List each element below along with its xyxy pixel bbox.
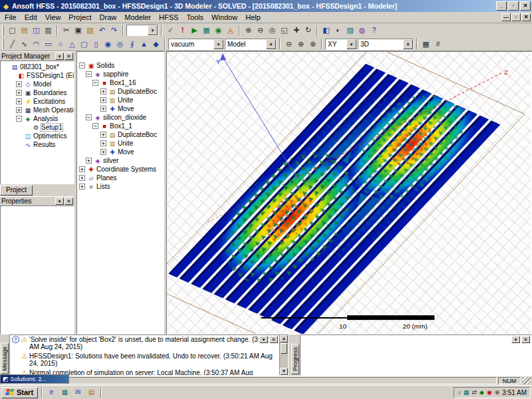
resize-grip[interactable]	[522, 377, 531, 384]
volume-icon[interactable]: ♪	[458, 389, 461, 396]
tree-item-box1-16[interactable]: −■Box1_16	[77, 78, 164, 87]
expander-icon[interactable]: −	[92, 80, 98, 86]
shade-mode-icon[interactable]: ◐	[332, 25, 344, 36]
collapse-panel-icon[interactable]: ▾	[511, 336, 520, 343]
menu-help[interactable]: Help	[241, 13, 265, 22]
properties-header[interactable]: Properties ▾ ✕	[0, 196, 74, 205]
menu-modeler[interactable]: Modeler	[120, 13, 155, 22]
draw-arc-icon[interactable]: ◠	[31, 39, 42, 50]
draw-sphere-icon[interactable]: ◉	[102, 39, 114, 50]
expander-icon[interactable]: +	[79, 175, 85, 181]
tree-item-duplicate[interactable]: +▤DuplicateBoc	[77, 87, 164, 96]
paste-icon[interactable]: ▧	[84, 25, 96, 36]
draw-spline-icon[interactable]: ∿	[19, 39, 30, 50]
close-button[interactable]: ✕	[520, 1, 531, 11]
expander-icon[interactable]: +	[100, 132, 106, 138]
copy-icon[interactable]: ▣	[72, 25, 84, 36]
tree-item-box1-1[interactable]: −■Box1_1	[77, 122, 164, 130]
unite-icon[interactable]: ⊕	[295, 39, 307, 50]
tree-item-lists[interactable]: +≡Lists	[77, 182, 164, 191]
analyze-icon[interactable]: !	[177, 25, 188, 36]
pan-icon[interactable]: ✚	[291, 25, 302, 36]
expander-icon[interactable]: +	[16, 90, 22, 96]
expander-icon[interactable]: −	[86, 114, 92, 120]
expander-icon[interactable]: +	[16, 107, 22, 113]
expander-icon[interactable]: +	[16, 98, 22, 104]
dropdown-arrow-icon[interactable]: ▾	[346, 39, 356, 49]
material-combo[interactable]: vacuum ▾	[168, 39, 224, 50]
grid-icon[interactable]: ▦	[420, 39, 432, 50]
tree-item-solids[interactable]: −▣Solids	[77, 61, 164, 70]
expander-icon[interactable]: −	[86, 71, 92, 77]
message-item[interactable]: ? ⚠ 'Solve inside' for object 'Box2' is …	[10, 335, 279, 352]
3d-viewport[interactable]: Y Z 10 20 (mm)	[166, 51, 532, 334]
draw-polygon-icon[interactable]: △	[66, 39, 78, 50]
undo-icon[interactable]: ↶	[96, 25, 108, 36]
tree-item-boundaries[interactable]: +▣Boundaries	[1, 88, 74, 97]
snap-icon[interactable]: #	[432, 39, 444, 50]
folder-icon[interactable]: ▤	[86, 387, 97, 398]
menu-window[interactable]: Window	[207, 13, 241, 22]
scroll-up-icon[interactable]: ▲	[280, 335, 288, 342]
collapse-panel-icon[interactable]: ▾	[259, 336, 268, 343]
new-icon[interactable]: ▢	[7, 25, 18, 36]
tree-item-setup1[interactable]: ⚙Setup1	[1, 123, 74, 132]
tree-item-design[interactable]: ◧FSSDesign1 (Eige	[1, 71, 74, 80]
title-bar[interactable]: ◈ Ansoft HFSS - 2015082301_box - HFSSDes…	[0, 0, 532, 12]
cut-icon[interactable]: ✂	[61, 25, 72, 36]
collapse-panel-icon[interactable]: ▾	[55, 53, 64, 60]
expander-icon[interactable]: +	[16, 81, 22, 87]
tree-item-duplicate[interactable]: +▤DuplicateBoc	[77, 130, 164, 139]
toolbar-grip[interactable]	[2, 39, 4, 49]
project-manager-header[interactable]: Project Manager ▾ ✕	[0, 51, 74, 61]
expander-icon[interactable]: +	[100, 149, 106, 155]
expander-icon[interactable]: +	[79, 166, 85, 172]
tree-item-move[interactable]: +✚Move	[77, 104, 164, 113]
open-icon[interactable]: ▤	[19, 25, 30, 36]
start-button[interactable]: Start	[1, 387, 38, 398]
toolbar-grip[interactable]	[2, 25, 4, 36]
menu-project[interactable]: Project	[65, 13, 95, 22]
validate-icon[interactable]: ✓	[165, 25, 176, 36]
close-panel-icon[interactable]: ✕	[65, 53, 73, 60]
selection-combo[interactable]: ▾	[126, 25, 158, 36]
close-panel-icon[interactable]: ✕	[269, 336, 278, 343]
plane-combo[interactable]: XY ▾	[325, 39, 357, 50]
dropdown-arrow-icon[interactable]: ▾	[148, 25, 158, 35]
tree-item-move[interactable]: +✚Move	[77, 148, 164, 156]
display-icon[interactable]: ▦	[464, 389, 469, 396]
expander-icon[interactable]: +	[86, 158, 92, 164]
draw-ellipse-icon[interactable]: ○	[55, 39, 66, 50]
tree-item-unite[interactable]: +▥Unite	[77, 96, 164, 104]
plot-icon[interactable]: ◍	[356, 25, 368, 36]
tree-item-model[interactable]: +◇Model	[1, 80, 74, 88]
child-minimize-button[interactable]: —	[501, 13, 511, 21]
save-icon[interactable]: ◫	[31, 25, 42, 36]
draw-helix-icon[interactable]: ∮	[126, 39, 138, 50]
tree-item-silicon-dioxide[interactable]: −◈silicon_dioxide	[77, 113, 164, 122]
network-icon[interactable]: ⇄	[471, 389, 477, 396]
expander-icon[interactable]: +	[100, 97, 106, 103]
zoom-window-icon[interactable]: ◎	[267, 25, 278, 36]
tree-item-unite[interactable]: +▥Unite	[77, 139, 164, 148]
expander-icon[interactable]: −	[92, 123, 98, 129]
print-icon[interactable]: ▥	[43, 25, 54, 36]
remove-hardware-icon[interactable]: ⊗	[495, 389, 500, 396]
tree-item-project[interactable]: ▤082301_box*	[1, 63, 74, 71]
tab-progress[interactable]: Progress	[291, 344, 299, 374]
scheduler-icon[interactable]: ◉	[487, 389, 492, 396]
menu-edit[interactable]: Edit	[21, 13, 41, 22]
fields-icon[interactable]: ◉	[213, 25, 224, 36]
expander-icon[interactable]: +	[79, 184, 85, 190]
subtract-icon[interactable]: ⊖	[283, 39, 295, 50]
dropdown-arrow-icon[interactable]: ▾	[266, 39, 276, 49]
draw-torus-icon[interactable]: ◎	[114, 39, 126, 50]
child-close-button[interactable]: ✕	[521, 13, 531, 21]
desktop-icon[interactable]: ▦	[59, 387, 70, 398]
solutions-minimized-window[interactable]: ◩ Solutions: 2...	[0, 374, 69, 384]
draw-cone-icon[interactable]: ▲	[138, 39, 150, 50]
message-item[interactable]: ⚠ HFSSDesign1: Solutions have been inval…	[10, 352, 279, 368]
ie-icon[interactable]: e	[46, 387, 57, 398]
scroll-thumb[interactable]	[281, 343, 287, 354]
draw-line-icon[interactable]: ╱	[7, 39, 18, 50]
